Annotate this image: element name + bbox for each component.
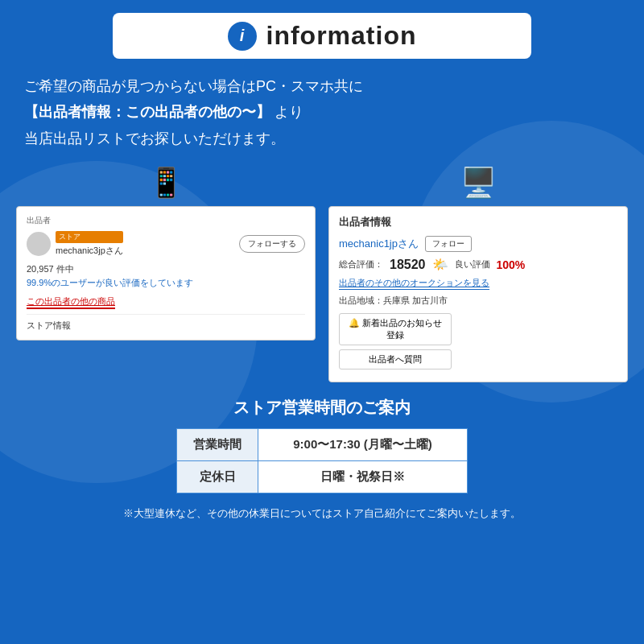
pc-question-button[interactable]: 出品者へ質問 [339,349,452,369]
mobile-section-label: 出品者 [27,215,305,226]
pc-rating-row: 総合評価： 18520 🌤️ 良い評価 100% [339,257,617,272]
store-hours-title: ストア営業時間のご案内 [16,397,628,419]
mobile-seller-info: ストア mechanic3jpさん [27,231,123,257]
intro-text: ご希望の商品が見つからない場合はPC・スマホ共に 【出品者情報：この出品者の他の… [16,73,628,151]
mobile-seller-name-block: ストア mechanic3jpさん [56,231,123,257]
mobile-icon: 📱 [148,166,184,200]
pc-good-label: 良い評価 [455,258,490,270]
pc-icon: 🖥️ [460,166,497,200]
screenshots-row: 📱 出品者 ストア mechanic3jpさん フォローする 20,957 件中… [16,166,628,382]
pc-card: 出品者情報 mechanic1jpさん フォロー 総合評価： 18520 🌤️ … [328,206,628,382]
mobile-store-info: ストア情報 [27,314,305,332]
pc-rating-num: 18520 [390,258,426,272]
pc-section-title: 出品者情報 [339,215,617,229]
pc-good-pct: 100% [497,258,526,271]
pc-rating-label: 総合評価： [339,258,383,270]
pc-auction-link[interactable]: 出品者のその他のオークションを見る [339,277,489,290]
mobile-card: 出品者 ストア mechanic3jpさん フォローする 20,957 件中 9… [16,206,316,341]
hours-value: 9:00〜17:30 (月曜〜土曜) [258,429,468,461]
pc-location: 出品地域：兵庫県 加古川市 [339,295,617,307]
pc-seller-row: mechanic1jpさん フォロー [339,236,617,252]
pc-follow-button[interactable]: フォロー [425,236,472,252]
hours-table: 営業時間9:00〜17:30 (月曜〜土曜)定休日日曜・祝祭日※ [176,428,468,493]
sun-icon: 🌤️ [432,257,448,272]
hours-value: 日曜・祝祭日※ [258,461,468,493]
page-title: information [266,21,417,51]
mobile-good-rate: 99.9%のユーザーが良い評価をしています [27,277,305,289]
store-hours-section: ストア営業時間のご案内 営業時間9:00〜17:30 (月曜〜土曜)定休日日曜・… [16,397,628,493]
hours-label: 定休日 [177,461,258,493]
pc-column: 🖥️ 出品者情報 mechanic1jpさん フォロー 総合評価： 18520 … [328,166,628,382]
store-badge: ストア [56,231,123,243]
hours-row: 定休日日曜・祝祭日※ [177,461,468,493]
mobile-column: 📱 出品者 ストア mechanic3jpさん フォローする 20,957 件中… [16,166,316,341]
mobile-stats: 20,957 件中 [27,263,305,275]
mobile-other-items-link[interactable]: この出品者の他の商品 [27,295,115,309]
hours-label: 営業時間 [177,429,258,461]
header-box: i information [113,13,531,59]
mobile-seller-name: mechanic3jpさん [56,246,123,255]
avatar [27,232,51,256]
hours-row: 営業時間9:00〜17:30 (月曜〜土曜) [177,429,468,461]
pc-notification-button[interactable]: 🔔 新着出品のお知らせ登録 [339,313,452,345]
mobile-seller-row: ストア mechanic3jpさん フォローする [27,231,305,257]
mobile-follow-button[interactable]: フォローする [239,235,305,253]
footer-note: ※大型連休など、その他の休業日についてはストア自己紹介にてご案内いたします。 [16,506,628,521]
info-icon: i [228,22,257,51]
pc-seller-name: mechanic1jpさん [339,237,419,251]
